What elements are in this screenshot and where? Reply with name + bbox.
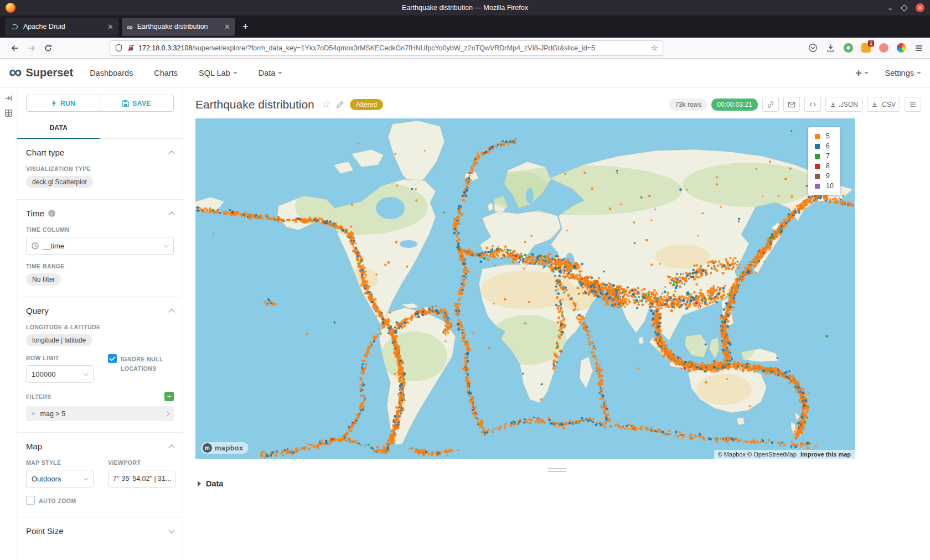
deckgl-scatter-map[interactable]: 5678910 mapbox © Mapbox © OpenStreetMap … [195,118,855,459]
forward-button[interactable] [23,40,40,56]
legend-item[interactable]: 7 [815,152,834,160]
filter-item[interactable]: mag > 5 [26,406,174,421]
tab-title: Apache Druid [23,23,103,30]
mapbox-logo[interactable]: mapbox [201,442,249,454]
auto-zoom-checkbox[interactable] [26,496,35,505]
section-header[interactable]: Time [26,209,174,218]
legend-label: 9 [826,172,830,180]
share-link-button[interactable] [762,97,779,112]
window-maximize-icon[interactable] [901,4,908,12]
time-column-select[interactable]: __time [26,237,174,255]
collapse-panel-icon[interactable] [4,94,13,102]
section-header[interactable]: Query [26,306,174,315]
tab-close-icon[interactable]: ✕ [107,23,113,31]
tab-close-icon[interactable]: ✕ [224,23,230,31]
mapbox-icon [203,443,212,453]
export-csv-button[interactable]: .CSV [867,97,900,112]
toolbar-right-icons: 2 [808,43,923,53]
legend-item[interactable]: 9 [815,172,834,180]
section-header[interactable]: Map [26,442,174,451]
time-column-label: TIME COLUMN [26,226,174,233]
remove-filter-icon[interactable] [31,409,35,418]
nav-item-data[interactable]: Data [259,69,283,77]
browser-tab-earthquake[interactable]: ∞ Earthquake distribution ✕ [122,18,235,36]
legend-label: 10 [826,182,834,190]
downloads-icon[interactable] [826,43,835,53]
nav-item-label: SQL Lab [199,69,230,77]
nav-item-charts[interactable]: Charts [154,69,178,77]
query-timer-badge: 00:00:03.21 [711,98,757,111]
bookmark-star-icon[interactable]: ☆ [651,43,658,53]
superset-brand[interactable]: ∞ Superset [9,65,73,81]
chevron-up-icon [168,151,174,157]
export-json-button[interactable]: .JSON [825,97,862,112]
extension-icon-green[interactable] [844,43,853,53]
extension-icon-pinwheel[interactable] [897,43,906,53]
settings-menu[interactable]: Settings [885,69,921,77]
extension-icon-pink[interactable] [879,43,888,53]
filters-label: FILTERS [26,393,51,400]
section-title: Point Size [26,526,64,536]
ignore-null-checkbox[interactable] [108,354,117,363]
resize-drag-handle[interactable] [547,468,566,472]
window-close-icon[interactable]: ✕ [916,3,924,12]
browser-tab-druid[interactable]: Apache Druid ✕ [5,18,118,36]
insecure-lock-icon[interactable] [127,44,135,52]
chevron-down-icon [84,475,89,481]
section-map: Map MAP STYLE Outdoors VIEWPORT 7° 35' 5… [17,433,183,517]
druid-favicon [10,22,19,31]
legend-label: 8 [826,162,830,170]
email-button[interactable] [783,97,800,112]
dataset-grid-icon[interactable] [4,109,13,117]
edit-properties-icon[interactable] [336,100,344,108]
run-button[interactable]: RUN [26,95,100,112]
add-new-button[interactable]: + [855,67,868,79]
auto-zoom-row[interactable]: AUTO ZOOM [26,496,174,506]
window-minimize-icon[interactable]: ⌄ [887,4,893,11]
lonlat-value[interactable]: longitude | latitude [26,334,92,346]
menu-hamburger-icon[interactable] [914,44,923,53]
viewport-value[interactable]: 7° 35' 54.02" | 31... [108,470,175,488]
row-limit-select[interactable]: 100000 [26,365,94,383]
dataset-icon-strip [0,87,17,559]
chevron-down-icon [233,72,237,74]
favorite-star-icon[interactable] [322,98,330,110]
extension-icon-orange[interactable]: 2 [861,43,871,53]
reload-button[interactable] [40,40,56,56]
legend-item[interactable]: 5 [815,132,834,140]
chevron-down-icon [164,242,169,248]
new-tab-button[interactable]: + [242,21,249,33]
nav-item-dashboards[interactable]: Dashboards [90,69,133,77]
url-bar[interactable]: 172.18.0.3:32108/superset/explore/?form_… [110,40,663,56]
legend-swatch [815,144,820,149]
ignore-null-checkbox-row[interactable]: IGNORE NULL LOCATIONS [108,354,174,374]
data-panel-collapsed[interactable]: Data [183,472,930,488]
pocket-icon[interactable] [808,43,818,53]
nav-item-sql-lab[interactable]: SQL Lab [199,69,237,77]
legend-item[interactable]: 10 [815,182,834,190]
viz-type-value[interactable]: deck.gl Scatterplot [26,176,93,188]
map-canvas[interactable] [195,118,855,459]
chart-menu-button[interactable] [905,97,921,112]
row-limit-label: ROW LIMIT [26,355,97,361]
legend-item[interactable]: 8 [815,162,834,170]
legend-item[interactable]: 6 [815,142,834,150]
viz-type-label: VISUALIZATION TYPE [26,165,174,172]
section-header[interactable]: Point Size [26,526,174,536]
section-query: Query LONGITUDE & LATITUDE longitude | l… [17,297,183,433]
section-header[interactable]: Chart type [26,148,174,157]
save-button[interactable]: SAVE [100,95,174,112]
map-style-select[interactable]: Outdoors [26,470,94,488]
add-filter-button[interactable] [164,392,174,401]
time-range-value[interactable]: No filter [26,273,61,286]
url-text[interactable]: 172.18.0.3:32108/superset/explore/?form_… [138,44,648,52]
altered-badge[interactable]: Altered [350,99,383,110]
browser-toolbar: 172.18.0.3:32108/superset/explore/?form_… [0,38,930,59]
embed-code-button[interactable] [804,97,821,112]
row-limit-row: ROW LIMIT 100000 IGNORE NULL LOCATIONS [26,346,174,383]
legend-swatch [815,184,820,189]
improve-map-link[interactable]: Improve this map [800,451,851,458]
shield-icon[interactable] [115,44,123,52]
back-button[interactable] [7,40,23,56]
tab-data[interactable]: DATA [17,119,100,138]
